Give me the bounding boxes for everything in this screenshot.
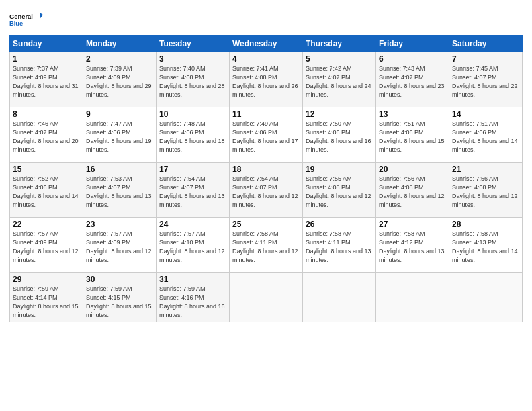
day-number: 22 (13, 220, 80, 229)
calendar-cell (303, 273, 376, 322)
cell-details: Sunrise: 7:41 AMSunset: 4:08 PMDaylight:… (232, 65, 298, 98)
day-number: 14 (452, 109, 519, 119)
cell-details: Sunrise: 7:46 AMSunset: 4:07 PMDaylight:… (13, 120, 79, 153)
weekday-header-saturday: Saturday (449, 36, 523, 52)
calendar-cell: 11 Sunrise: 7:49 AMSunset: 4:06 PMDaylig… (230, 107, 303, 163)
cell-details: Sunrise: 7:54 AMSunset: 4:07 PMDaylight:… (232, 175, 298, 208)
day-number: 17 (159, 165, 226, 174)
cell-details: Sunrise: 7:59 AMSunset: 4:15 PMDaylight:… (86, 285, 152, 318)
calendar-cell: 14 Sunrise: 7:51 AMSunset: 4:06 PMDaylig… (449, 107, 523, 163)
weekday-header-wednesday: Wednesday (230, 36, 303, 52)
cell-details: Sunrise: 7:59 AMSunset: 4:16 PMDaylight:… (159, 285, 225, 318)
cell-details: Sunrise: 7:58 AMSunset: 4:11 PMDaylight:… (232, 230, 298, 263)
day-number: 11 (232, 109, 300, 119)
svg-text:General: General (9, 13, 33, 20)
cell-details: Sunrise: 7:51 AMSunset: 4:06 PMDaylight:… (379, 120, 445, 153)
day-number: 16 (86, 165, 153, 174)
cell-details: Sunrise: 7:54 AMSunset: 4:07 PMDaylight:… (159, 175, 225, 208)
day-number: 21 (452, 165, 519, 174)
calendar-cell: 21 Sunrise: 7:56 AMSunset: 4:08 PMDaylig… (449, 163, 523, 218)
day-number: 1 (13, 54, 80, 64)
cell-details: Sunrise: 7:53 AMSunset: 4:07 PMDaylight:… (86, 175, 152, 208)
calendar-cell: 27 Sunrise: 7:58 AMSunset: 4:12 PMDaylig… (376, 218, 449, 273)
calendar-cell (230, 273, 303, 322)
cell-details: Sunrise: 7:49 AMSunset: 4:06 PMDaylight:… (232, 120, 298, 153)
day-number: 15 (13, 165, 80, 174)
weekday-header-thursday: Thursday (303, 36, 376, 52)
calendar-cell: 12 Sunrise: 7:50 AMSunset: 4:06 PMDaylig… (303, 107, 376, 163)
calendar-table: SundayMondayTuesdayWednesdayThursdayFrid… (9, 35, 523, 322)
cell-details: Sunrise: 7:58 AMSunset: 4:11 PMDaylight:… (306, 230, 371, 263)
svg-marker-2 (40, 12, 43, 19)
day-number: 31 (159, 275, 226, 284)
cell-details: Sunrise: 7:56 AMSunset: 4:08 PMDaylight:… (379, 175, 445, 208)
cell-details: Sunrise: 7:56 AMSunset: 4:08 PMDaylight:… (452, 175, 518, 208)
cell-details: Sunrise: 7:55 AMSunset: 4:08 PMDaylight:… (306, 175, 371, 208)
day-number: 27 (379, 220, 446, 229)
calendar-cell: 4 Sunrise: 7:41 AMSunset: 4:08 PMDayligh… (230, 52, 303, 107)
calendar-cell: 3 Sunrise: 7:40 AMSunset: 4:08 PMDayligh… (157, 52, 230, 107)
calendar-cell: 19 Sunrise: 7:55 AMSunset: 4:08 PMDaylig… (303, 163, 376, 218)
calendar-cell: 24 Sunrise: 7:57 AMSunset: 4:10 PMDaylig… (157, 218, 230, 273)
calendar-cell: 26 Sunrise: 7:58 AMSunset: 4:11 PMDaylig… (303, 218, 376, 273)
calendar-cell: 9 Sunrise: 7:47 AMSunset: 4:06 PMDayligh… (83, 107, 157, 163)
calendar-cell: 31 Sunrise: 7:59 AMSunset: 4:16 PMDaylig… (157, 273, 230, 322)
svg-text:Blue: Blue (9, 20, 23, 27)
calendar-cell: 28 Sunrise: 7:58 AMSunset: 4:13 PMDaylig… (449, 218, 523, 273)
calendar-cell: 18 Sunrise: 7:54 AMSunset: 4:07 PMDaylig… (230, 163, 303, 218)
weekday-header-monday: Monday (83, 36, 157, 52)
calendar-cell: 23 Sunrise: 7:57 AMSunset: 4:09 PMDaylig… (83, 218, 157, 273)
calendar-cell: 7 Sunrise: 7:45 AMSunset: 4:07 PMDayligh… (449, 52, 523, 107)
cell-details: Sunrise: 7:57 AMSunset: 4:09 PMDaylight:… (13, 230, 79, 263)
calendar-cell: 16 Sunrise: 7:53 AMSunset: 4:07 PMDaylig… (83, 163, 157, 218)
day-number: 2 (86, 54, 153, 64)
calendar-cell: 30 Sunrise: 7:59 AMSunset: 4:15 PMDaylig… (83, 273, 157, 322)
calendar-cell (449, 273, 523, 322)
day-number: 23 (86, 220, 153, 229)
cell-details: Sunrise: 7:59 AMSunset: 4:14 PMDaylight:… (13, 285, 79, 318)
weekday-header-tuesday: Tuesday (157, 36, 230, 52)
logo: General Blue (9, 7, 43, 32)
weekday-header-friday: Friday (376, 36, 449, 52)
cell-details: Sunrise: 7:52 AMSunset: 4:06 PMDaylight:… (13, 175, 79, 208)
day-number: 28 (452, 220, 519, 229)
calendar-cell: 1 Sunrise: 7:37 AMSunset: 4:09 PMDayligh… (10, 52, 83, 107)
day-number: 25 (232, 220, 300, 229)
day-number: 6 (379, 54, 446, 64)
cell-details: Sunrise: 7:58 AMSunset: 4:12 PMDaylight:… (379, 230, 445, 263)
cell-details: Sunrise: 7:57 AMSunset: 4:09 PMDaylight:… (86, 230, 152, 263)
cell-details: Sunrise: 7:48 AMSunset: 4:06 PMDaylight:… (159, 120, 225, 153)
day-number: 29 (13, 275, 80, 284)
cell-details: Sunrise: 7:47 AMSunset: 4:06 PMDaylight:… (86, 120, 152, 153)
day-number: 10 (159, 109, 226, 119)
calendar-cell: 20 Sunrise: 7:56 AMSunset: 4:08 PMDaylig… (376, 163, 449, 218)
calendar-cell (376, 273, 449, 322)
calendar-cell: 2 Sunrise: 7:39 AMSunset: 4:09 PMDayligh… (83, 52, 157, 107)
calendar-cell: 5 Sunrise: 7:42 AMSunset: 4:07 PMDayligh… (303, 52, 376, 107)
calendar-cell: 29 Sunrise: 7:59 AMSunset: 4:14 PMDaylig… (10, 273, 83, 322)
cell-details: Sunrise: 7:39 AMSunset: 4:09 PMDaylight:… (86, 65, 152, 98)
cell-details: Sunrise: 7:58 AMSunset: 4:13 PMDaylight:… (452, 230, 518, 263)
cell-details: Sunrise: 7:42 AMSunset: 4:07 PMDaylight:… (306, 65, 371, 98)
calendar-cell: 8 Sunrise: 7:46 AMSunset: 4:07 PMDayligh… (10, 107, 83, 163)
cell-details: Sunrise: 7:40 AMSunset: 4:08 PMDaylight:… (159, 65, 225, 98)
day-number: 24 (159, 220, 226, 229)
calendar-cell: 22 Sunrise: 7:57 AMSunset: 4:09 PMDaylig… (10, 218, 83, 273)
day-number: 30 (86, 275, 153, 284)
cell-details: Sunrise: 7:57 AMSunset: 4:10 PMDaylight:… (159, 230, 225, 263)
day-number: 13 (379, 109, 446, 119)
day-number: 26 (306, 220, 373, 229)
calendar-cell: 10 Sunrise: 7:48 AMSunset: 4:06 PMDaylig… (157, 107, 230, 163)
cell-details: Sunrise: 7:51 AMSunset: 4:06 PMDaylight:… (452, 120, 518, 153)
day-number: 3 (159, 54, 226, 64)
cell-details: Sunrise: 7:37 AMSunset: 4:09 PMDaylight:… (13, 65, 79, 98)
cell-details: Sunrise: 7:43 AMSunset: 4:07 PMDaylight:… (379, 65, 445, 98)
day-number: 7 (452, 54, 519, 64)
day-number: 9 (86, 109, 153, 119)
calendar-cell: 25 Sunrise: 7:58 AMSunset: 4:11 PMDaylig… (230, 218, 303, 273)
calendar-cell: 6 Sunrise: 7:43 AMSunset: 4:07 PMDayligh… (376, 52, 449, 107)
cell-details: Sunrise: 7:50 AMSunset: 4:06 PMDaylight:… (306, 120, 371, 153)
day-number: 12 (306, 109, 373, 119)
weekday-header-sunday: Sunday (10, 36, 83, 52)
cell-details: Sunrise: 7:45 AMSunset: 4:07 PMDaylight:… (452, 65, 518, 98)
